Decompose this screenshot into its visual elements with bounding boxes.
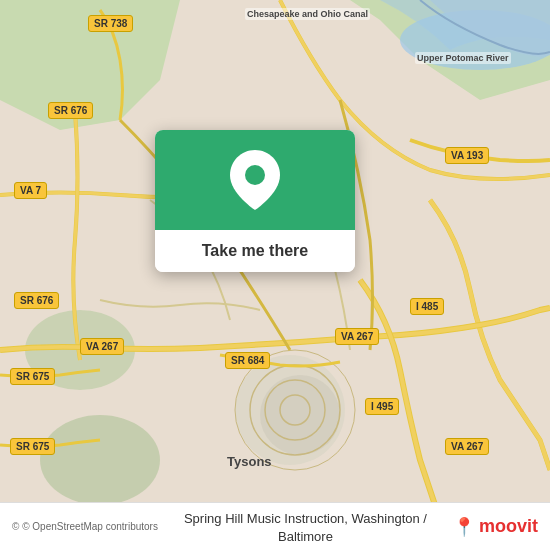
label-i485: I 485 — [410, 298, 444, 315]
label-chesapeake: Chesapeake and Ohio Canal — [245, 8, 370, 20]
label-va267-left: VA 267 — [80, 338, 124, 355]
take-me-there-button[interactable]: Take me there — [155, 230, 355, 272]
label-potomac: Upper Potomac River — [415, 52, 511, 64]
location-name: Spring Hill Music Instruction, Washingto… — [184, 511, 427, 544]
label-tysons: Tysons — [225, 453, 274, 470]
label-sr676-top: SR 676 — [48, 102, 93, 119]
moovit-logo-area: 📍 moovit — [453, 516, 538, 538]
label-va193: VA 193 — [445, 147, 489, 164]
moovit-pin-icon: 📍 — [453, 516, 475, 538]
label-sr738: SR 738 — [88, 15, 133, 32]
osm-attribution: © OpenStreetMap contributors — [22, 521, 158, 532]
label-va267-mid: VA 267 — [335, 328, 379, 345]
popup-card: Take me there — [155, 130, 355, 272]
label-sr675-bot: SR 675 — [10, 438, 55, 455]
label-sr675-top: SR 675 — [10, 368, 55, 385]
label-sr684: SR 684 — [225, 352, 270, 369]
popup-green-area — [155, 130, 355, 230]
location-info: Spring Hill Music Instruction, Washingto… — [158, 509, 453, 545]
label-i495: I 495 — [365, 398, 399, 415]
location-pin-icon — [230, 150, 280, 210]
label-va7: VA 7 — [14, 182, 47, 199]
svg-point-12 — [245, 165, 265, 185]
info-bar: © © OpenStreetMap contributors Spring Hi… — [0, 502, 550, 550]
label-sr676-bot: SR 676 — [14, 292, 59, 309]
svg-point-11 — [40, 415, 160, 505]
label-va267-right: VA 267 — [445, 438, 489, 455]
info-bar-left: © © OpenStreetMap contributors — [12, 521, 158, 532]
svg-point-5 — [260, 375, 340, 455]
copyright-text: © © OpenStreetMap contributors — [12, 521, 158, 532]
copyright-symbol: © — [12, 521, 19, 532]
map-container: SR 738 VA 7 SR 676 SR 676 SR 675 SR 675 … — [0, 0, 550, 550]
moovit-logo: moovit — [479, 516, 538, 537]
